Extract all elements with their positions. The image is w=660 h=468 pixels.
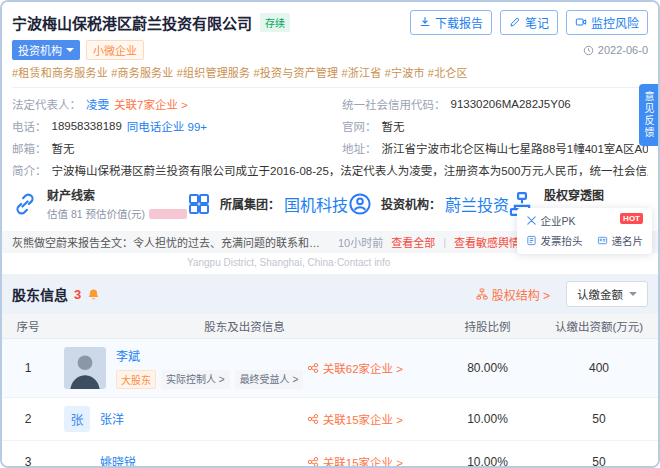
relation-nodes-icon [307,413,319,425]
website-value: 暂无 [382,118,405,134]
investor-tag[interactable]: 投资机构 [12,40,80,60]
group-card[interactable]: 所属集团： 国机科技 [187,186,348,221]
shareholder-name-link[interactable]: 李斌 [116,347,303,364]
download-report-label: 下载报告 [435,14,483,31]
phone-value: 18958338189 [52,120,122,132]
shareholder-name-link[interactable]: 张洋 [100,410,124,427]
invoice-icon [526,235,537,246]
hot-badge: HOT [620,213,643,224]
shareholder-row: 2 张 张洋 关联15家企业 > 10 [2,397,658,440]
status-badge: 存续 [260,13,290,32]
legal-rep-link[interactable]: 凌雯 [86,96,109,112]
invoice-title-label: 发票抬头 [541,233,583,248]
row-index: 1 [2,338,54,397]
news-links-divider: | [443,236,446,248]
company-info-grid: 法定代表人： 凌雯 关联7家企业 > 统一社会信用代码： 91330206MA2… [12,96,648,178]
company-pk-button[interactable]: 企业PK [526,213,583,228]
shareholders-count: 3 [74,287,81,302]
chain-link-icon [12,191,38,217]
structure-icon [476,288,488,300]
floating-toolbar: 企业PK 发票抬头 HOT 递名片 [517,208,653,254]
avatar-placeholder [64,449,90,468]
investor-tag-label: 投资机构 [18,42,62,58]
related-companies-link[interactable]: 关联62家企业 > [307,360,403,376]
investor-org-label: 投资机构： [381,195,441,212]
business-card-icon [597,235,608,246]
company-title: 宁波梅山保税港区蔚兰投资有限公司 [12,12,252,33]
grid-icon [187,192,211,216]
address-value: 浙江省宁波市北仑区梅山七星路88号1幢401室A区A02... [382,140,649,156]
row-index: 2 [2,397,54,440]
column-header-info: 股东及出资信息 [54,314,435,338]
email-value: 暂无 [52,140,75,156]
intro-text: 宁波梅山保税港区蔚兰投资有限公司成立于2016-08-25，法定代表人为凌雯，注… [52,162,649,178]
news-headline-link[interactable]: 灰熊做空蔚来报告全文：令人担忧的过去、充满问题的联系和假账... [12,234,330,250]
note-button[interactable]: 笔记 [500,10,558,35]
column-header-index: 序号 [2,314,54,338]
investor-org-link[interactable]: 蔚兰投资 [445,192,509,216]
relation-nodes-icon [307,456,319,468]
download-icon [419,16,431,28]
avatar-person-image [64,347,106,389]
related-companies-label: 关联15家企业 > [323,411,403,427]
row-index: 3 [2,440,54,468]
shareholders-title: 股东信息 [12,284,68,304]
shareholder-row: 1 李斌 大股东 实际控制人 > 最终受益人 > [2,338,658,397]
small-enterprise-tag: 小微企业 [86,40,144,60]
major-shareholder-tag: 大股东 [116,370,156,389]
feedback-side-tab[interactable]: 意见反馈 [639,84,658,146]
person-circle-icon [348,192,372,216]
download-report-button[interactable]: 下载报告 [410,10,492,35]
monitor-risk-label: 监控风险 [591,14,639,31]
subscribed-amount: 50 [540,397,658,440]
subscribed-amount: 400 [540,338,658,397]
view-all-news-link[interactable]: 查看全部 [391,234,435,250]
clock-icon [583,45,594,56]
column-header-amount: 认缴出资额(万元) [540,314,658,338]
news-time: 10小时前 [338,234,383,250]
shareholding-ratio: 10.00% [435,397,540,440]
chevron-down-icon [66,48,74,56]
website-label: 官网： [342,118,377,134]
translation-overlay-text: Yangpu District, Shanghai, China·Contact… [187,257,658,272]
related-companies-link[interactable]: 关联15家企业 > [307,454,403,468]
related-companies-label: 关联62家企业 > [323,360,403,376]
subscribed-amount: 50 [540,440,658,468]
shareholders-section: 股东信息 3 股权结构 > 认缴金额 序号 股东及出资信息 持股比例 认缴出资额… [2,274,658,468]
pk-swords-icon [526,215,537,226]
pencil-icon [509,16,521,28]
same-phone-link[interactable]: 同电话企业 99+ [127,118,207,134]
monitor-risk-button[interactable]: 监控风险 [566,10,648,35]
equity-structure-label: 股权结构 > [492,286,550,303]
business-card-button[interactable]: 递名片 [597,233,644,248]
redacted-value [149,209,187,219]
final-beneficiary-tag[interactable]: 最终受益人 > [235,370,304,389]
investor-org-card[interactable]: 投资机构： 蔚兰投资 [348,186,509,221]
company-header-card: 宁波梅山保税港区蔚兰投资有限公司 存续 下载报告 笔记 监控风险 投资机构 小微… [2,2,658,231]
legal-rep-related-link[interactable]: 关联7家企业 > [114,96,188,112]
related-companies-link[interactable]: 关联15家企业 > [307,411,403,427]
shareholder-name-link[interactable]: 姚晓锐 [100,453,136,468]
group-label: 所属集团： [220,195,280,212]
industry-hashtags[interactable]: #租赁和商务服务业 #商务服务业 #组织管理服务 #投资与资产管理 #浙江省 #… [12,64,648,80]
equity-penetration-title: 股权穿透图 [544,186,628,203]
bell-icon[interactable] [87,288,100,301]
shareholder-avatar-photo[interactable] [64,347,106,389]
company-pk-label: 企业PK [541,213,576,228]
note-label: 笔记 [525,14,549,31]
equity-structure-link[interactable]: 股权结构 > [476,286,550,303]
chevron-down-icon [629,292,637,300]
intro-label: 简介： [12,162,47,178]
amount-filter-label: 认缴金额 [577,286,623,302]
shareholders-table: 序号 股东及出资信息 持股比例 认缴出资额(万元) 1 [2,314,658,468]
amount-filter-button[interactable]: 认缴金额 [566,281,648,307]
actual-controller-tag[interactable]: 实际控制人 > [161,370,230,389]
credit-code-label: 统一社会信用代码： [342,96,446,112]
shareholder-avatar-initial[interactable]: 张 [64,406,90,432]
shareholding-ratio: 10.00% [435,440,540,468]
invoice-title-button[interactable]: 发票抬头 [526,233,583,248]
asset-clue-card[interactable]: 财产线索 估值 81 预估价值(元) [12,186,187,221]
group-link[interactable]: 国机科技 [284,192,348,216]
credit-code-value: 91330206MA282J5Y06 [451,98,571,110]
relation-nodes-icon [307,362,319,374]
